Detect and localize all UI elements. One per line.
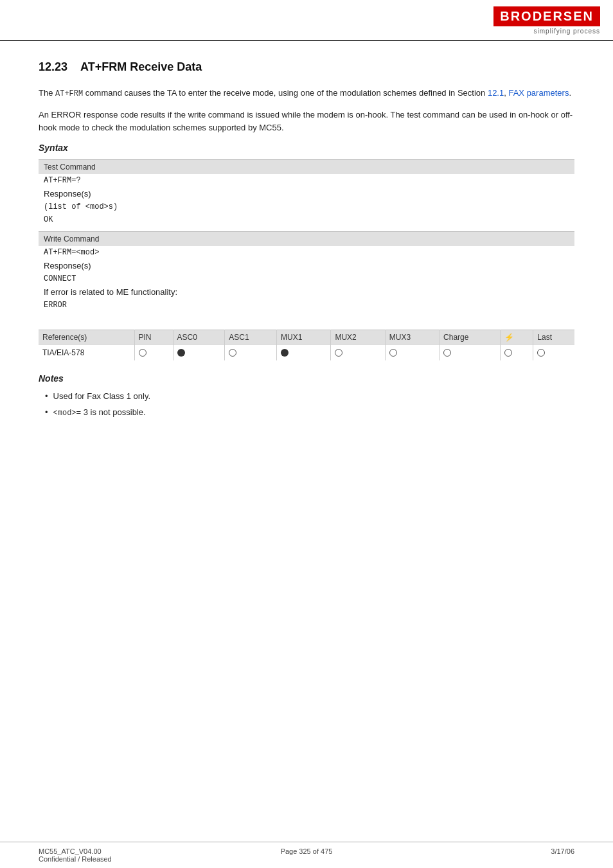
circle-empty-charge bbox=[443, 349, 451, 357]
ref-header-ref: Reference(s) bbox=[39, 330, 134, 344]
ref-header-mux3: MUX3 bbox=[385, 330, 439, 344]
footer-center: Page 325 of 475 bbox=[217, 847, 396, 863]
footer-left: MC55_ATC_V04.00 Confidential / Released bbox=[39, 847, 217, 863]
para1-end: . bbox=[569, 88, 571, 98]
test-response-line2-row: OK bbox=[39, 213, 574, 226]
write-response-line1-row: CONNECT bbox=[39, 272, 574, 285]
test-response-line1: (list of <mod>s) bbox=[39, 200, 574, 213]
list-item: Used for Fax Class 1 only. bbox=[45, 390, 574, 403]
para1-mid: command causes the TA to enter the recei… bbox=[83, 88, 488, 98]
ref-cell-special bbox=[501, 344, 533, 360]
circle-empty-pin bbox=[139, 349, 147, 357]
paragraph-2: An ERROR response code results if the wr… bbox=[39, 109, 574, 134]
para1-code: AT+FRM bbox=[55, 89, 83, 98]
section-number: 12.23 bbox=[39, 60, 67, 74]
ref-table-header-row: Reference(s) PIN ASC0 ASC1 MUX1 MUX2 MUX… bbox=[39, 330, 574, 344]
ref-cell-mux2 bbox=[331, 344, 385, 360]
write-response-line1: CONNECT bbox=[39, 272, 574, 285]
write-response-line2-row: If error is related to ME functionality: bbox=[39, 285, 574, 299]
ref-header-pin: PIN bbox=[134, 330, 173, 344]
notes-heading: Notes bbox=[39, 373, 574, 384]
test-command-code: AT+FRM=? bbox=[39, 174, 574, 187]
test-response-label: Response(s) bbox=[39, 187, 574, 200]
ref-header-charge: Charge bbox=[440, 330, 501, 344]
test-response-label-row: Response(s) bbox=[39, 187, 574, 200]
test-command-section-row: Test Command bbox=[39, 160, 574, 175]
test-response-line2: OK bbox=[39, 213, 574, 226]
write-command-section-row: Write Command bbox=[39, 231, 574, 246]
circle-empty-last bbox=[537, 349, 545, 357]
table-row: TIA/EIA-578 bbox=[39, 344, 574, 360]
note-item-1: Used for Fax Class 1 only. bbox=[53, 390, 150, 403]
circle-empty-special bbox=[504, 349, 512, 357]
note-item-2: <mod>= 3 is not possible. bbox=[53, 406, 146, 419]
ref-header-mux2: MUX2 bbox=[331, 330, 385, 344]
ref-header-asc0: ASC0 bbox=[173, 330, 225, 344]
command-table: Test Command AT+FRM=? Response(s) (list … bbox=[39, 159, 574, 317]
ref-cell-mux3 bbox=[385, 344, 439, 360]
logo-area: BRODERSEN simplifying process bbox=[493, 6, 600, 35]
paragraph-1: The AT+FRM command causes the TA to ente… bbox=[39, 87, 574, 100]
write-response-label: Response(s) bbox=[39, 259, 574, 272]
section-heading: 12.23 AT+FRM Receive Data bbox=[39, 60, 574, 74]
footer-status: Confidential / Released bbox=[39, 855, 217, 863]
ref-header-asc1: ASC1 bbox=[225, 330, 277, 344]
page-footer: MC55_ATC_V04.00 Confidential / Released … bbox=[0, 842, 613, 868]
test-response-line1-row: (list of <mod>s) bbox=[39, 200, 574, 213]
footer-doc-id: MC55_ATC_V04.00 bbox=[39, 847, 217, 855]
circle-empty-mux3 bbox=[389, 349, 397, 357]
write-command-code-row: AT+FRM=<mod> bbox=[39, 246, 574, 259]
ref-header-special: ⚡ bbox=[501, 330, 533, 344]
syntax-heading: Syntax bbox=[39, 143, 574, 153]
circle-empty-asc1 bbox=[229, 349, 236, 357]
ref-cell-charge bbox=[440, 344, 501, 360]
test-command-label: Test Command bbox=[39, 160, 574, 175]
ref-cell-name: TIA/EIA-578 bbox=[39, 344, 134, 360]
test-command-code-row: AT+FRM=? bbox=[39, 174, 574, 187]
link-fax-parameters[interactable]: FAX parameters bbox=[508, 88, 569, 98]
circle-filled-mux1 bbox=[281, 349, 289, 357]
page-header: BRODERSEN simplifying process bbox=[0, 0, 613, 41]
ref-cell-asc1 bbox=[225, 344, 277, 360]
write-command-label: Write Command bbox=[39, 231, 574, 246]
write-response-line3: ERROR bbox=[39, 299, 574, 312]
ref-cell-pin bbox=[134, 344, 173, 360]
list-item: <mod>= 3 is not possible. bbox=[45, 406, 574, 419]
section-title: AT+FRM Receive Data bbox=[80, 60, 202, 74]
write-command-code: AT+FRM=<mod> bbox=[39, 246, 574, 259]
ref-header-last: Last bbox=[533, 330, 574, 344]
circle-filled-asc0 bbox=[177, 349, 185, 357]
main-content: 12.23 AT+FRM Receive Data The AT+FRM com… bbox=[0, 41, 613, 448]
reference-table: Reference(s) PIN ASC0 ASC1 MUX1 MUX2 MUX… bbox=[39, 330, 574, 360]
para1-pre: The bbox=[39, 88, 55, 98]
write-response-line3-row: ERROR bbox=[39, 299, 574, 312]
link-section-12-1[interactable]: 12.1 bbox=[488, 88, 504, 98]
notes-list: Used for Fax Class 1 only. <mod>= 3 is n… bbox=[39, 390, 574, 420]
circle-empty-mux2 bbox=[335, 349, 342, 357]
write-response-label-row: Response(s) bbox=[39, 259, 574, 272]
ref-cell-asc0 bbox=[173, 344, 225, 360]
logo-text: BRODERSEN bbox=[493, 6, 600, 26]
write-response-line2: If error is related to ME functionality: bbox=[39, 285, 574, 299]
ref-cell-last bbox=[533, 344, 574, 360]
ref-cell-mux1 bbox=[277, 344, 331, 360]
footer-date: 3/17/06 bbox=[396, 847, 574, 863]
note-item-2-code: <mod> bbox=[53, 409, 76, 418]
logo-tagline: simplifying process bbox=[534, 28, 600, 35]
ref-header-mux1: MUX1 bbox=[277, 330, 331, 344]
